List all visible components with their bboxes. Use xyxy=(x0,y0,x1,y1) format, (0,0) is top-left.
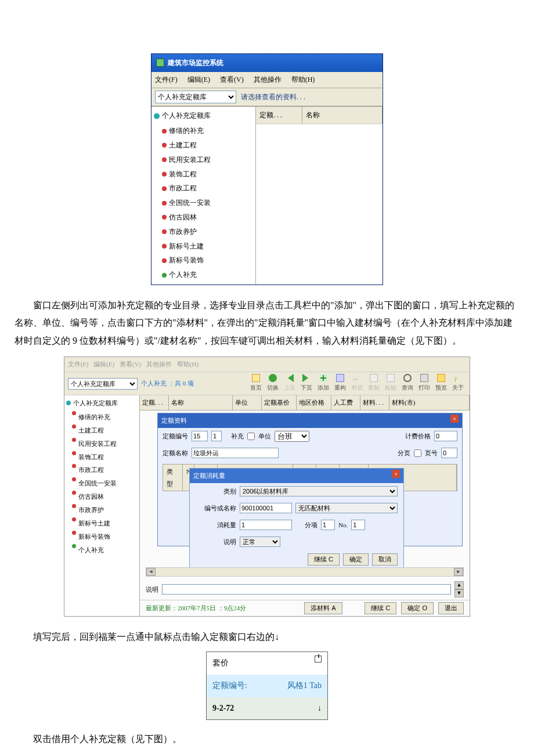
tree-item[interactable]: 新标号土建 xyxy=(162,239,253,254)
search-button[interactable]: 查询 xyxy=(399,374,416,393)
tree-item[interactable]: 个人补充 xyxy=(72,543,138,557)
preview-button[interactable]: 预览 xyxy=(433,374,449,393)
tree-item[interactable]: 修缮的补充 xyxy=(72,411,138,424)
page-no-input[interactable] xyxy=(441,448,457,458)
home-icon xyxy=(252,374,260,382)
code-label: 定额编号: xyxy=(212,678,247,694)
sup-checkbox[interactable] xyxy=(247,433,255,440)
grid-header: 定额. . . 名称 单位 定额基价 地区价格 人工费 材料. . . 材料(市… xyxy=(140,395,470,411)
no-input[interactable] xyxy=(351,520,365,530)
desc-input[interactable] xyxy=(162,584,451,595)
code1-input[interactable] xyxy=(192,431,208,441)
name-input[interactable] xyxy=(192,448,279,458)
prev-button[interactable]: 上页 xyxy=(282,374,298,393)
tree-item[interactable]: 市政养护 xyxy=(72,503,138,517)
tree-item[interactable]: 市政工程 xyxy=(72,463,138,477)
menu-edit[interactable]: 编辑(E) xyxy=(187,75,210,84)
add-material-button[interactable]: 添材料 A xyxy=(304,602,342,614)
tree-item[interactable]: 仿古园林 xyxy=(162,210,253,225)
tree-item[interactable]: 全国统一安装 xyxy=(162,196,253,210)
pin-icon[interactable] xyxy=(315,656,322,663)
code2-input[interactable] xyxy=(211,431,222,441)
menu-edit[interactable]: 编辑(E) xyxy=(93,361,114,368)
prompt-label: 请选择查看的资料. . . xyxy=(241,91,305,104)
tree-item[interactable]: 新标号装饰 xyxy=(72,530,138,543)
price-label: 计费价格 xyxy=(405,430,431,442)
close-button[interactable]: × xyxy=(392,470,400,478)
page-checkbox[interactable] xyxy=(414,449,421,457)
node-icon xyxy=(162,201,167,206)
node-icon xyxy=(162,143,167,147)
menu-file[interactable]: 文件(F) xyxy=(155,75,178,84)
qty-input[interactable] xyxy=(240,520,292,530)
tree-item[interactable]: 民用安装工程 xyxy=(72,437,138,451)
node-icon xyxy=(162,244,167,249)
sub-input[interactable] xyxy=(321,520,335,530)
node-icon xyxy=(72,464,76,468)
menu-file[interactable]: 文件(F) xyxy=(68,361,88,368)
tree-item[interactable]: 民用安装工程 xyxy=(162,153,253,167)
continue-button[interactable]: 继续 C xyxy=(365,602,396,614)
tree-item[interactable]: 个人补充 xyxy=(162,268,253,282)
rebuild-button[interactable]: 重构 xyxy=(332,374,348,393)
horizontal-scrollbar[interactable]: ◄ ► xyxy=(146,567,464,577)
tree-pane: 个人补充定额库 修缮的补充 土建工程 民用安装工程 装饰工程 市政工程 全国统一… xyxy=(151,107,256,285)
exit-button[interactable]: 退出 xyxy=(438,602,464,614)
menu-other[interactable]: 其他操作 xyxy=(146,361,172,368)
close-button[interactable]: × xyxy=(450,415,459,423)
tree-item[interactable]: 全国统一安装 xyxy=(72,477,138,490)
switch-button[interactable]: 切换 xyxy=(265,374,281,393)
node-icon xyxy=(154,113,160,119)
price-input[interactable] xyxy=(434,431,457,441)
tree-item[interactable]: 装饰工程 xyxy=(72,451,138,464)
tree-item[interactable]: 土建工程 xyxy=(72,424,138,437)
tree-root[interactable]: 个人补充定额库 xyxy=(154,109,253,123)
tree-root[interactable]: 个人补充定额库 xyxy=(66,397,138,409)
next-button[interactable]: 下页 xyxy=(298,374,315,393)
menu-help[interactable]: 帮助(H) xyxy=(291,75,315,84)
down-arrow-icon[interactable]: ↓ xyxy=(317,701,322,717)
id-input[interactable] xyxy=(240,503,292,513)
print-button[interactable]: 打印 xyxy=(416,374,432,393)
tree-item[interactable]: 新标号装饰 xyxy=(162,253,253,268)
node-icon xyxy=(72,411,76,415)
menu-view[interactable]: 查看(V) xyxy=(220,75,244,84)
about-button[interactable]: ?关于 xyxy=(450,374,466,393)
add-button[interactable]: 添加 xyxy=(315,374,331,393)
scroll-right-icon[interactable]: ► xyxy=(454,568,463,576)
down-icon[interactable]: ▼ xyxy=(454,589,464,597)
tree-item[interactable]: 修缮的补充 xyxy=(162,124,253,138)
home-button[interactable]: 首页 xyxy=(248,374,264,393)
tree-item[interactable]: 新标号土建 xyxy=(72,517,138,530)
paste-button[interactable]: 粘贴 xyxy=(383,374,399,393)
tree-item[interactable]: 市政工程 xyxy=(162,181,253,196)
col: 单位 xyxy=(233,395,262,410)
library-select[interactable]: 个人补充定额库 xyxy=(155,91,236,103)
scroll-left-icon[interactable]: ◄ xyxy=(146,568,156,576)
cut-button[interactable]: ✂剪切 xyxy=(349,374,365,393)
price-title: 套价 xyxy=(212,656,229,671)
ok-button[interactable]: 确定 O xyxy=(401,602,434,614)
grid-header: 定额. . . 名称 xyxy=(256,107,383,124)
unit-select[interactable]: 台班 xyxy=(275,431,309,442)
copy-button[interactable]: 复制 xyxy=(366,374,382,393)
vertical-stepper[interactable]: ▲ ▼ xyxy=(454,581,464,597)
menu-other[interactable]: 其他操作 xyxy=(254,75,282,84)
library-select[interactable]: 个人补充定额库 xyxy=(68,378,138,390)
desc-select[interactable]: 正常 xyxy=(240,537,280,547)
node-icon xyxy=(162,258,167,263)
category-select[interactable]: 2006以前材料库 xyxy=(240,486,398,496)
dialog-title: 定额资料 xyxy=(161,415,187,427)
tree-item[interactable]: 土建工程 xyxy=(162,138,253,153)
tree-item[interactable]: 装饰工程 xyxy=(162,167,253,182)
node-icon xyxy=(72,531,76,535)
menu-help[interactable]: 帮助(H) xyxy=(177,361,199,368)
tree-item[interactable]: 仿古园林 xyxy=(72,490,138,503)
menu-view[interactable]: 查看(V) xyxy=(120,361,141,368)
page-no-label: 页号 xyxy=(425,447,438,459)
col-code: 定额. . . xyxy=(256,107,302,124)
tree-item[interactable]: 市政养护 xyxy=(162,225,253,239)
main-area: 定额. . . 名称 单位 定额基价 地区价格 人工费 材料. . . 材料(市… xyxy=(140,395,470,616)
match-select[interactable]: 无匹配材料 xyxy=(295,503,398,513)
app-window-1: 建筑市场监控系统 文件(F) 编辑(E) 查看(V) 其他操作 帮助(H) 个人… xyxy=(151,53,383,285)
